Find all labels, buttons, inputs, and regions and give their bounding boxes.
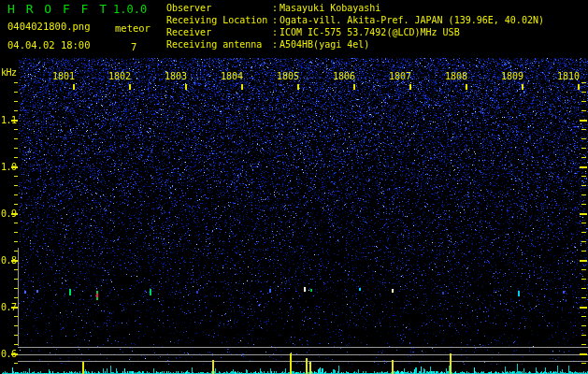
meteor-count: 7: [131, 41, 136, 52]
time-label-1802: 1802: [108, 71, 131, 81]
time-label-1806: 1806: [333, 71, 355, 81]
info-value: ICOM IC-575 53.7492(@LCD)MHz USB: [280, 27, 460, 37]
time-label-1801: 1801: [52, 71, 75, 81]
info-separator: :: [272, 3, 280, 13]
info-row-receiver: Receiver:ICOM IC-575 53.7492(@LCD)MHz US…: [166, 27, 460, 37]
time-label-1809: 1809: [501, 71, 523, 81]
time-label-1807: 1807: [389, 71, 411, 81]
info-value: Ogata-vill. Akita-Pref. JAPAN (139.96E, …: [280, 15, 544, 25]
freq-label-1.0: 1.0: [1, 162, 17, 172]
info-value: Masayuki Kobayashi: [280, 3, 380, 13]
app-title: H R O F F T: [7, 2, 108, 16]
info-label: Receiving Location: [166, 15, 272, 25]
info-row-observer: Observer:Masayuki Kobayashi: [166, 3, 380, 13]
freq-label-0.7: 0.7: [1, 302, 17, 312]
time-label-1804: 1804: [221, 71, 243, 81]
freq-label-0.9: 0.9: [1, 209, 17, 219]
time-label-1803: 1803: [165, 71, 187, 81]
freq-label-1.1: 1.1: [1, 115, 17, 125]
spectrogram-canvas: [0, 0, 588, 374]
freq-label-0.6: 0.6: [1, 349, 17, 359]
freq-axis-unit: kHz: [1, 67, 17, 78]
hrofft-window: H R O F F T 1.0.0 0404021800.png meteor …: [0, 0, 588, 374]
info-label: Receiver: [166, 27, 272, 37]
info-row-location: Receiving Location:Ogata-vill. Akita-Pre…: [166, 15, 544, 25]
time-label-1808: 1808: [445, 71, 467, 81]
freq-label-0.8: 0.8: [1, 255, 17, 266]
mode-label: meteor: [115, 22, 151, 34]
info-separator: :: [272, 27, 280, 37]
info-value: A504HB(yagi 4el): [280, 39, 369, 50]
observation-datetime: 04.04.02 18:00: [7, 39, 91, 50]
info-separator: :: [272, 15, 280, 25]
info-separator: :: [272, 39, 280, 50]
info-label: Receiving antenna: [166, 39, 272, 50]
time-label-1810: 1810: [557, 71, 580, 81]
info-label: Observer: [166, 3, 272, 13]
info-row-antenna: Receiving antenna:A504HB(yagi 4el): [166, 39, 369, 50]
output-filename: 0404021800.png: [7, 21, 91, 32]
app-version: 1.0.0: [113, 3, 147, 16]
time-label-1805: 1805: [277, 71, 299, 81]
